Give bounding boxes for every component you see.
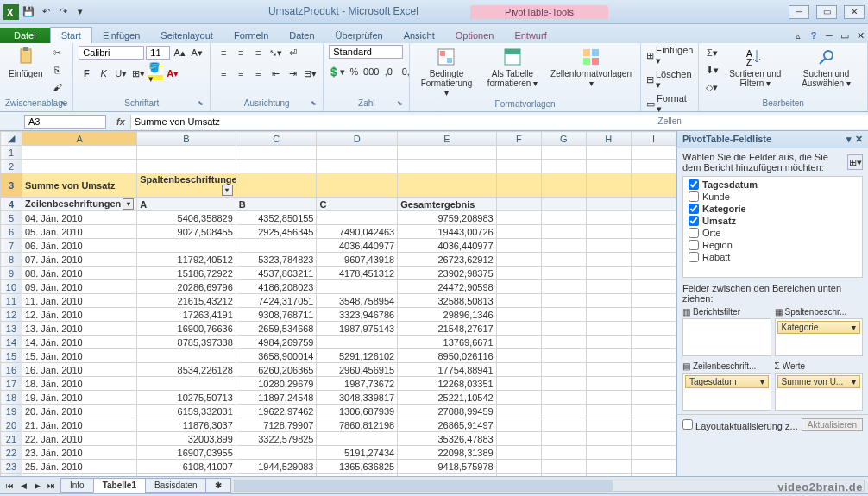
defer-layout-checkbox[interactable]: Layoutaktualisierung z... xyxy=(682,419,798,431)
cell[interactable] xyxy=(586,308,631,322)
row-header[interactable]: 24 xyxy=(1,474,22,477)
close-button[interactable]: ✕ xyxy=(844,5,865,19)
rows-area-box[interactable]: Tagesdatum▾ xyxy=(682,373,771,411)
cell[interactable] xyxy=(496,308,541,322)
row-header[interactable]: 13 xyxy=(1,322,22,336)
col-header-D[interactable]: D xyxy=(317,132,398,146)
cell[interactable]: 14. Jän. 2010 xyxy=(22,336,136,349)
cell[interactable] xyxy=(541,308,586,322)
wrap-text-icon[interactable]: ⏎ xyxy=(285,45,300,60)
cell[interactable]: 06. Jän. 2010 xyxy=(22,239,136,253)
cell[interactable]: 1987,975143 xyxy=(317,322,398,336)
cell[interactable]: 3548,758954 xyxy=(317,294,398,308)
cell[interactable] xyxy=(541,225,586,239)
cell[interactable] xyxy=(541,405,586,418)
cell[interactable]: 17754,88941 xyxy=(398,363,497,377)
cell[interactable]: 7490,042463 xyxy=(317,225,398,239)
cell[interactable] xyxy=(586,446,631,460)
row-header[interactable]: 6 xyxy=(1,225,22,239)
cell[interactable]: 4178,451312 xyxy=(317,267,398,280)
cell[interactable]: 7860,812198 xyxy=(317,418,398,432)
row-header[interactable]: 4 xyxy=(1,198,22,211)
row-header[interactable]: 14 xyxy=(1,336,22,349)
cell[interactable] xyxy=(541,336,586,349)
copy-icon[interactable]: ⎘ xyxy=(49,62,65,78)
cell[interactable]: 4537,803211 xyxy=(236,267,317,280)
col-header-F[interactable]: F xyxy=(496,132,541,146)
row-header[interactable]: 1 xyxy=(1,146,22,160)
minimize-button[interactable]: ─ xyxy=(789,5,809,19)
sort-filter-button[interactable]: AZSortieren und Filtern ▾ xyxy=(723,45,787,90)
cell[interactable]: 1306,687939 xyxy=(317,405,398,418)
cell[interactable]: 23. Jän. 2010 xyxy=(22,446,136,460)
cell[interactable] xyxy=(541,377,586,391)
cell[interactable] xyxy=(236,173,317,198)
font-dialog-icon[interactable]: ⬊ xyxy=(198,99,208,110)
italic-button[interactable]: K xyxy=(96,66,111,81)
update-button[interactable]: Aktualisieren xyxy=(802,418,863,431)
sheet-last-icon[interactable]: ⏭ xyxy=(45,480,57,492)
cell[interactable] xyxy=(541,280,586,294)
cell[interactable]: 19. Jän. 2010 xyxy=(22,391,136,405)
paste-button[interactable]: Einfügen xyxy=(5,45,46,80)
cell[interactable]: 6460,969549 xyxy=(317,474,398,477)
cell[interactable]: 4352,850155 xyxy=(236,211,317,225)
cols-area-box[interactable]: Kategorie▾ xyxy=(775,318,864,356)
cell[interactable] xyxy=(496,474,541,477)
cell[interactable] xyxy=(631,160,676,173)
fieldlist-close-icon[interactable]: ✕ xyxy=(855,134,863,145)
cell[interactable] xyxy=(496,377,541,391)
cell[interactable] xyxy=(541,267,586,280)
cell[interactable]: 9418,575978 xyxy=(398,460,497,474)
cell[interactable]: 25221,10542 xyxy=(398,391,497,405)
cell[interactable] xyxy=(496,239,541,253)
row-header[interactable]: 20 xyxy=(1,418,22,432)
cell[interactable] xyxy=(631,280,676,294)
font-size-input[interactable] xyxy=(146,46,170,60)
cell[interactable] xyxy=(586,160,631,173)
cell[interactable]: 9607,43918 xyxy=(317,253,398,267)
row-header[interactable]: 16 xyxy=(1,363,22,377)
filter-button[interactable]: ▾ xyxy=(222,185,233,196)
excel-icon[interactable]: X xyxy=(3,4,19,20)
cell[interactable] xyxy=(586,391,631,405)
cell[interactable] xyxy=(496,446,541,460)
cell[interactable] xyxy=(317,432,398,446)
ribbon-minimize-icon[interactable]: ▵ xyxy=(790,28,806,43)
cell[interactable] xyxy=(631,267,676,280)
filter-area-box[interactable] xyxy=(682,318,771,356)
cell[interactable]: 4186,208023 xyxy=(236,280,317,294)
row-header[interactable]: 15 xyxy=(1,349,22,363)
fx-icon[interactable]: fx xyxy=(116,116,125,127)
cell[interactable] xyxy=(541,363,586,377)
cell[interactable]: 12268,03351 xyxy=(398,377,497,391)
col-header-B[interactable]: B xyxy=(137,132,236,146)
cell[interactable] xyxy=(496,198,541,211)
cut-icon[interactable]: ✂ xyxy=(49,45,65,60)
cell[interactable] xyxy=(586,280,631,294)
field-list-box[interactable]: TagesdatumKundeKategorieUmsatzOrteRegion… xyxy=(682,176,863,278)
cell[interactable]: 11792,40512 xyxy=(137,253,236,267)
cell[interactable] xyxy=(22,146,136,160)
cell[interactable]: 1987,73672 xyxy=(317,377,398,391)
orientation-icon[interactable]: ⤡▾ xyxy=(267,45,283,60)
cell[interactable] xyxy=(631,173,676,198)
bold-button[interactable]: F xyxy=(79,66,94,81)
clear-icon[interactable]: ◇▾ xyxy=(704,79,720,95)
cell[interactable]: 5291,126102 xyxy=(317,349,398,363)
align-left-icon[interactable]: ≡ xyxy=(216,66,231,81)
tab-view[interactable]: Ansicht xyxy=(393,28,445,43)
cell[interactable]: 27088,99459 xyxy=(398,405,497,418)
align-top-icon[interactable]: ≡ xyxy=(216,45,231,60)
row-header[interactable]: 5 xyxy=(1,211,22,225)
cell[interactable] xyxy=(496,405,541,418)
cell[interactable]: 9308,768711 xyxy=(236,308,317,322)
vals-area-box[interactable]: Summe von U...▾ xyxy=(775,373,864,411)
undo-icon[interactable]: ↶ xyxy=(38,4,53,20)
filter-button[interactable]: ▾ xyxy=(123,198,134,210)
field-umsatz[interactable]: Umsatz xyxy=(689,215,857,227)
cell[interactable]: Gesamtergebnis xyxy=(398,198,497,211)
cell[interactable] xyxy=(586,294,631,308)
cell[interactable] xyxy=(586,460,631,474)
name-box[interactable] xyxy=(24,115,106,129)
